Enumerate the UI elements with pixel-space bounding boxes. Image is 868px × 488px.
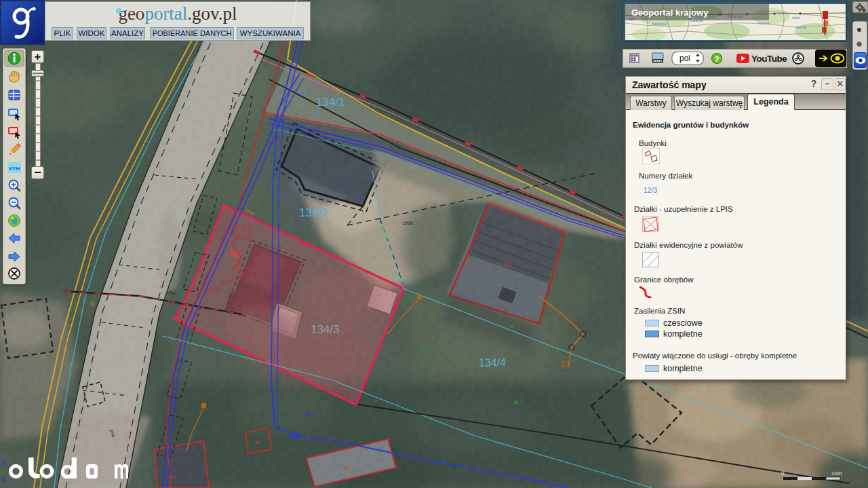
svg-text:Łęczna: Łęczna <box>796 26 806 29</box>
svg-text:YouTube: YouTube <box>751 54 787 64</box>
svg-text:Lublin: Lublin <box>792 16 801 20</box>
svg-text:Parczew: Parczew <box>758 22 770 25</box>
svg-text:XYH: XYH <box>9 166 20 172</box>
svg-text:Geoportal krajowy: Geoportal krajowy <box>631 7 709 18</box>
svg-text:?: ? <box>715 55 719 63</box>
svg-text:Kamionka: Kamionka <box>652 22 667 26</box>
svg-text:pol: pol <box>679 54 690 63</box>
svg-text:WMS: WMS <box>653 59 663 63</box>
